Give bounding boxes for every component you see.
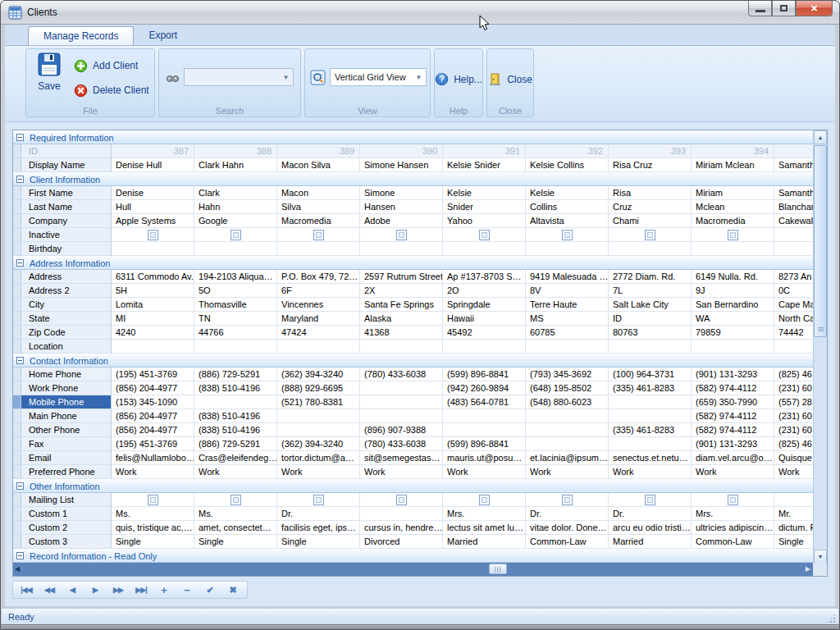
checkbox[interactable] — [231, 230, 241, 240]
grid-cell[interactable] — [526, 437, 609, 451]
grid-cell[interactable]: (362) 394-3240 — [277, 368, 360, 381]
grid-cell[interactable]: amet, consectet… — [194, 521, 277, 535]
grid-cell[interactable]: Cape Ma — [774, 298, 813, 312]
grid-cell[interactable]: 194-2103 Aliqua… — [194, 270, 277, 284]
grid-cell[interactable]: 390 — [360, 144, 443, 158]
grid-cell[interactable]: Macromedia — [692, 214, 774, 228]
grid-cell[interactable]: Mrs. — [443, 507, 526, 521]
row-indicator[interactable] — [13, 144, 21, 158]
grid-cell[interactable]: 80763 — [609, 326, 692, 340]
row-indicator[interactable] — [13, 228, 21, 242]
grid-cell[interactable]: Divorced — [360, 535, 443, 549]
grid-cell[interactable] — [526, 493, 609, 507]
row-indicator[interactable] — [13, 200, 21, 214]
grid-cell[interactable] — [526, 340, 609, 354]
grid-cell[interactable] — [194, 242, 277, 256]
grid-cell[interactable]: Hahn — [194, 200, 277, 214]
row-label[interactable]: Email — [21, 451, 112, 465]
grid-cell[interactable]: Dr. — [609, 507, 692, 521]
grid-cell[interactable]: 8V — [526, 284, 609, 298]
row-label[interactable]: Inactive — [21, 228, 112, 242]
grid-cell[interactable]: Simone Hansen — [360, 158, 443, 172]
checkbox[interactable] — [479, 495, 490, 505]
grid-cell[interactable]: (838) 510-4196 — [194, 409, 277, 423]
grid-cell[interactable]: Blanchard — [774, 200, 813, 214]
grid-cell[interactable]: (901) 131-3293 — [692, 368, 774, 381]
grid-cell[interactable] — [774, 340, 813, 354]
grid-cell[interactable] — [360, 493, 443, 507]
grid-cell[interactable]: Hawaii — [443, 312, 526, 326]
grid-cell[interactable]: Work — [692, 465, 774, 479]
grid-cell[interactable]: Mrs. — [692, 507, 774, 521]
grid-cell[interactable]: Altavista — [526, 214, 609, 228]
row-indicator[interactable] — [13, 242, 21, 256]
grid-cell[interactable]: Dr. — [526, 507, 609, 521]
grid-cell[interactable]: Santa Fe Springs — [360, 298, 443, 312]
checkbox[interactable] — [479, 230, 490, 240]
checkbox[interactable] — [148, 230, 158, 240]
vertical-scroll-thumb[interactable] — [814, 145, 827, 337]
grid-cell[interactable]: Collins — [526, 200, 609, 214]
grid-cell[interactable]: 393 — [609, 144, 692, 158]
help-button[interactable]: ? Help... — [435, 72, 482, 86]
grid-cell[interactable]: 45492 — [443, 326, 526, 340]
row-indicator[interactable] — [13, 451, 21, 465]
grid-cell[interactable]: (780) 433-6038 — [360, 437, 443, 451]
grid-cell[interactable] — [609, 228, 692, 242]
row-label[interactable]: Display Name — [21, 158, 112, 172]
save-button[interactable]: Save — [30, 52, 69, 104]
row-indicator[interactable] — [13, 158, 21, 172]
grid-cell[interactable]: Yahoo — [443, 214, 526, 228]
grid-cell[interactable] — [194, 493, 277, 507]
grid-cell[interactable]: 44766 — [194, 326, 277, 340]
delete-client-button[interactable]: Delete Client — [74, 82, 149, 98]
category-row[interactable]: Other Information — [13, 479, 813, 493]
grid-cell[interactable]: 74442 — [774, 326, 813, 340]
grid-cell[interactable]: (582) 974-4112 — [692, 423, 774, 437]
grid-cell[interactable]: 394 — [692, 144, 774, 158]
grid-cell[interactable]: Ap #137-8703 S… — [443, 270, 526, 284]
grid-cell[interactable]: Samantha — [774, 158, 813, 172]
checkbox[interactable] — [231, 495, 241, 505]
grid-cell[interactable] — [443, 228, 526, 242]
grid-cell[interactable]: San Bernardino — [692, 298, 774, 312]
row-indicator[interactable] — [13, 437, 21, 451]
grid-cell[interactable]: (888) 929-6695 — [277, 381, 360, 395]
grid-cell[interactable]: Hansen — [360, 200, 443, 214]
grid-cell[interactable] — [774, 493, 813, 507]
grid-cell[interactable]: 60785 — [526, 326, 609, 340]
row-label[interactable]: City — [21, 298, 112, 312]
horizontal-scrollbar[interactable]: ◀ ▶ — [13, 563, 814, 576]
grid-cell[interactable]: (521) 780-8381 — [277, 395, 360, 409]
grid-cell[interactable]: Macon Silva — [277, 158, 360, 172]
grid-cell[interactable]: Work — [609, 465, 692, 479]
nav-last[interactable]: ▶▶| — [130, 582, 153, 597]
grid-cell[interactable] — [443, 409, 526, 423]
restore-button[interactable] — [772, 1, 796, 16]
grid-cell[interactable]: (838) 510-4196 — [194, 381, 277, 395]
checkbox[interactable] — [562, 495, 573, 505]
grid-cell[interactable]: dictum. P — [774, 521, 813, 535]
grid-cell[interactable]: facilisis eget, ips… — [277, 521, 360, 535]
grid-view-icon[interactable] — [310, 70, 326, 85]
grid-cell[interactable]: (362) 394-3240 — [277, 437, 360, 451]
grid-cell[interactable] — [443, 340, 526, 354]
row-indicator[interactable] — [13, 270, 21, 284]
grid-cell[interactable] — [526, 423, 609, 437]
grid-cell[interactable]: Married — [443, 535, 526, 549]
grid-cell[interactable]: (483) 564-0781 — [443, 395, 526, 409]
grid-cell[interactable]: (195) 451-3769 — [112, 437, 194, 451]
grid-cell[interactable]: (659) 350-7990 — [692, 395, 774, 409]
grid-cell[interactable]: Work — [360, 465, 443, 479]
grid-cell[interactable] — [112, 493, 194, 507]
checkbox[interactable] — [396, 495, 407, 505]
grid-cell[interactable]: 47424 — [277, 326, 360, 340]
collapse-icon[interactable] — [16, 259, 24, 267]
nav-commit[interactable]: ✔ — [199, 582, 221, 597]
row-indicator[interactable] — [13, 284, 21, 298]
grid-cell[interactable]: Risa — [609, 186, 692, 200]
row-label[interactable]: Birthday — [21, 242, 112, 256]
row-label[interactable]: Custom 2 — [21, 521, 112, 535]
grid-cell[interactable] — [443, 423, 526, 437]
grid-cell[interactable]: Common-Law — [692, 535, 774, 549]
